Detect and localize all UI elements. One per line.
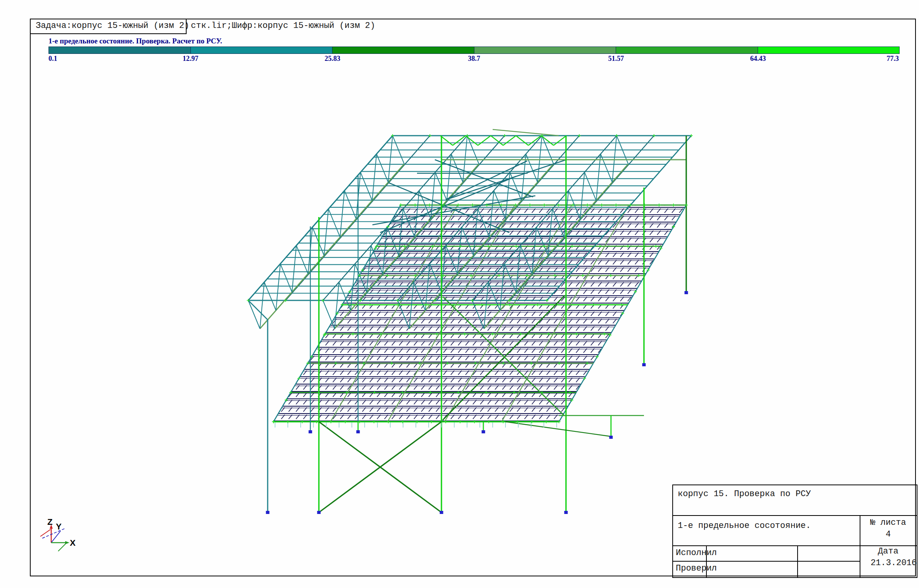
stamp-divider — [673, 561, 860, 562]
axis-x-label: X — [70, 538, 76, 548]
stamp-project-title: корпус 15. Проверка по РСУ — [678, 489, 811, 499]
stamp-sheet-number: 4 — [860, 529, 917, 539]
application-window: Задача:корпус 15-южный (изм 2) стк.lir;Ш… — [0, 0, 919, 588]
stamp-executed-label: Исполнил — [676, 548, 717, 558]
stamp-checked-label: Проверил — [676, 564, 717, 573]
stamp-divider — [673, 515, 917, 516]
stamp-date-value: 21.3.2016 — [857, 558, 917, 568]
stamp-date-label: Дата — [860, 547, 917, 556]
stamp-divider — [673, 545, 917, 546]
stamp-limit-state: 1-е предельное сосотояние. — [678, 521, 811, 531]
floor-deck-mesh[interactable] — [273, 205, 686, 422]
axis-z-label: Z — [47, 518, 52, 527]
title-block: корпус 15. Проверка по РСУ 1-е предельно… — [672, 485, 917, 578]
axes-triad-icon: Z Y X — [36, 518, 82, 564]
stamp-sheet-label: № листа — [860, 518, 917, 528]
axis-y-label: Y — [56, 522, 62, 531]
stamp-divider — [797, 545, 798, 577]
